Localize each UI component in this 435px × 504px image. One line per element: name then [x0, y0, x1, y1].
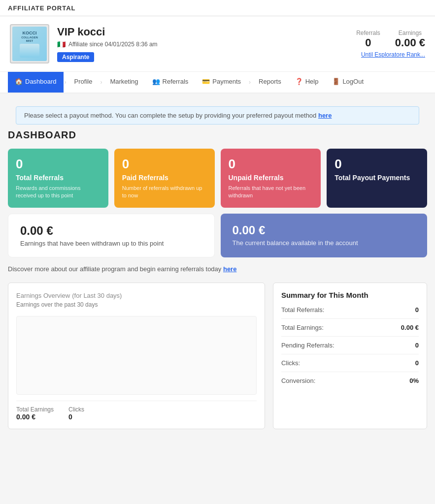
summary-row-value: 0 [415, 359, 419, 367]
main-content: Please select a payout method. You can c… [0, 94, 435, 437]
since-text: Affiliate since 04/01/2025 8:36 am [68, 41, 158, 48]
earnings-value: 0.00 € [395, 36, 425, 49]
nav-profile[interactable]: Profile [67, 72, 100, 93]
summary-row-value: 0% [409, 377, 419, 384]
nav-reports[interactable]: Reports [252, 72, 288, 93]
clicks-footer: Clicks 0 [68, 406, 84, 421]
summary-row-value: 0.00 € [401, 324, 419, 331]
paid-referrals-desc: Number of referrals withdrawn up to now [122, 185, 207, 200]
total-referrals-desc: Rewards and commissions received up to t… [16, 185, 100, 200]
summary-row-label: Pending Referrals: [281, 342, 335, 349]
paid-referrals-card: 0 Paid Referrals Number of referrals wit… [114, 149, 215, 208]
referrals-value: 0 [356, 36, 380, 49]
nav-referrals[interactable]: 👥 Referrals [145, 72, 196, 93]
rank-progress-text[interactable]: Until Esploratore Rank... [356, 51, 425, 58]
summary-row-label: Clicks: [281, 359, 300, 367]
rank-badge: Aspirante [57, 52, 94, 62]
total-earnings-footer: Total Earnings 0.00 € [16, 406, 54, 421]
clicks-footer-label: Clicks [68, 406, 84, 413]
referrals-stat: Referrals 0 [356, 30, 380, 49]
unpaid-referrals-title: Unpaid Referrals [229, 174, 313, 182]
unpaid-referrals-desc: Referrals that have not yet been withdra… [229, 185, 313, 200]
profile-section: KOCCI COLLAGEN MIST VIP kocci 🇮🇹 Affilia… [0, 16, 435, 72]
summary-row-label: Total Referrals: [281, 306, 324, 314]
home-icon: 🏠 [15, 78, 23, 85]
earnings-withdrawn-amount: 0.00 € [20, 224, 202, 238]
earnings-overview-panel: Earnings Overview (for Last 30 days) Ear… [8, 283, 265, 429]
bottom-panels: Earnings Overview (for Last 30 days) Ear… [8, 283, 427, 429]
logout-icon: 🚪 [332, 78, 340, 85]
clicks-footer-value: 0 [68, 413, 84, 421]
earnings-overview-subtitle: (for Last 30 days) [72, 292, 122, 299]
product-image: KOCCI COLLAGEN MIST [12, 27, 47, 61]
balance-card: 0.00 € The current balance available in … [221, 214, 428, 257]
profile-name: VIP kocci [57, 26, 158, 38]
profile-right: Referrals 0 Earnings 0.00 € Until Esplor… [356, 30, 425, 58]
unpaid-referrals-card: 0 Unpaid Referrals Referrals that have n… [221, 149, 321, 208]
payout-payments-num: 0 [335, 157, 419, 172]
alert-link[interactable]: here [318, 112, 332, 119]
earnings-stat: Earnings 0.00 € [395, 30, 425, 49]
paid-referrals-num: 0 [122, 157, 207, 172]
alert-bar: Please select a payout method. You can c… [16, 106, 419, 125]
summary-row: Total Earnings:0.00 € [281, 319, 419, 337]
earnings-chart [16, 316, 257, 395]
dashboard-title: DASHBOARD [8, 129, 427, 141]
nav-dashboard[interactable]: 🏠 Dashboard [8, 72, 64, 93]
summary-row: Conversion:0% [281, 372, 419, 389]
total-referrals-title: Total Referrals [16, 174, 100, 182]
profile-info: VIP kocci 🇮🇹 Affiliate since 04/01/2025 … [57, 26, 158, 62]
earnings-withdrawn-desc: Earnings that have been withdrawn up to … [20, 240, 202, 247]
total-earnings-footer-value: 0.00 € [16, 413, 54, 421]
discover-link[interactable]: here [223, 265, 236, 273]
avatar: KOCCI COLLAGEN MIST [10, 24, 49, 63]
profile-since: 🇮🇹 Affiliate since 04/01/2025 8:36 am [57, 40, 158, 48]
stats-grid: 0 Total Referrals Rewards and commission… [8, 149, 427, 208]
summary-row-label: Total Earnings: [281, 324, 324, 331]
summary-row-value: 0 [415, 306, 419, 314]
total-referrals-num: 0 [16, 157, 100, 172]
main-nav: 🏠 Dashboard › Profile › Marketing 👥 Refe… [0, 72, 435, 94]
earnings-overview-title: Earnings Overview (for Last 30 days) [16, 291, 257, 299]
nav-help[interactable]: ❓ Help [288, 72, 326, 93]
summary-row-label: Conversion: [281, 377, 315, 384]
paid-referrals-title: Paid Referrals [122, 174, 207, 182]
summary-panel: Summary for This Month Total Referrals:0… [273, 283, 427, 429]
earnings-label: Earnings [395, 30, 425, 36]
bottom-stats: 0.00 € Earnings that have been withdrawn… [8, 214, 427, 257]
alert-text: Please select a payout method. You can c… [24, 112, 318, 119]
nav-logout[interactable]: 🚪 LogOut [325, 72, 370, 93]
flag-icon: 🇮🇹 [57, 40, 66, 48]
total-earnings-footer-label: Total Earnings [16, 406, 54, 413]
unpaid-referrals-num: 0 [229, 157, 313, 172]
summary-row: Pending Referrals:0 [281, 337, 419, 354]
discover-text: Discover more about our affiliate progra… [8, 265, 427, 273]
summary-row-value: 0 [415, 342, 419, 349]
total-referrals-card: 0 Total Referrals Rewards and commission… [8, 149, 108, 208]
summary-rows: Total Referrals:0Total Earnings:0.00 €Pe… [281, 301, 419, 389]
help-icon: ❓ [295, 78, 303, 85]
earnings-chart-label: Earnings over the past 30 days [16, 301, 257, 308]
profile-stats: Referrals 0 Earnings 0.00 € [356, 30, 425, 49]
referrals-icon: 👥 [152, 78, 160, 85]
panel-footer: Total Earnings 0.00 € Clicks 0 [16, 401, 257, 421]
nav-marketing[interactable]: Marketing [103, 72, 145, 93]
earnings-withdrawn-card: 0.00 € Earnings that have been withdrawn… [8, 214, 215, 257]
payout-payments-title: Total Payout Payments [335, 174, 419, 182]
referrals-label: Referrals [356, 30, 380, 36]
payments-icon: 💳 [202, 78, 210, 85]
summary-row: Clicks:0 [281, 354, 419, 372]
balance-amount: 0.00 € [233, 223, 416, 237]
nav-payments[interactable]: 💳 Payments [195, 72, 248, 93]
summary-row: Total Referrals:0 [281, 301, 419, 319]
summary-title: Summary for This Month [281, 291, 419, 299]
profile-left: KOCCI COLLAGEN MIST VIP kocci 🇮🇹 Affilia… [10, 24, 158, 63]
app-title: AFFILIATE PORTAL [8, 4, 76, 12]
balance-desc: The current balance available in the acc… [233, 239, 416, 247]
top-bar: AFFILIATE PORTAL [0, 0, 435, 16]
payout-payments-card: 0 Total Payout Payments [327, 149, 427, 208]
